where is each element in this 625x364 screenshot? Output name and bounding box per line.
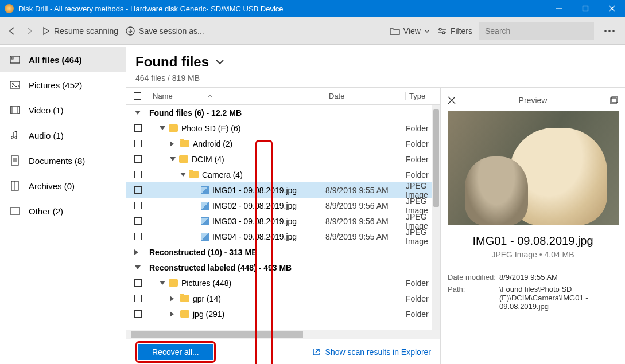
row-checkbox[interactable] [134,202,142,209]
expand-toggle-icon[interactable] [135,265,141,269]
table-row[interactable]: gpr (14)Folder [126,291,440,306]
expand-toggle-icon[interactable] [170,141,177,147]
sidebar-item-pictures[interactable]: Pictures (452) [0,72,126,97]
more-button[interactable] [601,29,618,33]
svg-rect-13 [11,57,13,59]
row-checkbox[interactable] [134,279,142,287]
path-label: Path: [448,285,499,311]
row-checkbox[interactable] [134,217,142,225]
sidebar-item-archives[interactable]: Archives (0) [0,173,126,198]
table-header: Name Date Type [126,88,440,105]
folder-icon [169,279,178,287]
svg-point-8 [442,32,445,34]
sidebar-item-audio[interactable]: Audio (1) [0,123,126,148]
horizontal-scrollbar[interactable] [126,330,440,339]
row-date: 8/9/2019 9:55 AM [325,232,406,241]
table-row[interactable]: IMG02 - 09.08.2019.jpg8/9/2019 9:56 AMJP… [126,198,440,213]
show-in-explorer-link[interactable]: Show scan results in Explorer [312,347,431,357]
close-button[interactable] [599,0,625,17]
maximize-button[interactable] [572,0,599,17]
window-title: Disk Drill - All recovery methods - Hard… [18,5,546,13]
preview-close-button[interactable] [448,96,456,104]
sliders-icon [437,27,447,35]
row-checkbox[interactable] [134,140,142,147]
back-button[interactable] [7,26,17,36]
filters-label: Filters [451,26,472,36]
expand-toggle-icon[interactable] [135,111,141,115]
table-row[interactable]: IMG03 - 09.08.2019.jpg8/9/2019 9:56 AMJP… [126,213,440,229]
content-subtitle: 464 files / 819 MB [135,73,616,83]
row-name: IMG01 - 09.08.2019.jpg [212,186,297,195]
resume-label: Resume scanning [54,26,118,36]
vertical-scrollbar[interactable] [432,105,440,330]
image-file-icon [201,186,209,194]
row-name: Photo SD (E) (6) [181,124,240,133]
table-row[interactable]: Camera (4)Folder [126,167,440,182]
path-value: \Found files\Photo SD (E)\DCIM\Camera\IM… [499,285,618,311]
table-row[interactable]: Reconstructed (10) - 313 MB [126,244,440,260]
sidebar-item-other[interactable]: Other (2) [0,198,126,224]
row-checkbox[interactable] [134,171,142,178]
expand-toggle-icon[interactable] [134,249,141,255]
svg-rect-17 [10,107,12,113]
forward-button[interactable] [24,26,34,36]
search-input[interactable] [479,22,594,40]
other-icon [9,205,21,217]
table-row[interactable]: Photo SD (E) (6)Folder [126,120,440,136]
view-dropdown[interactable]: View [390,26,430,36]
play-icon [41,26,51,36]
row-checkbox[interactable] [134,124,142,132]
expand-toggle-icon[interactable] [170,296,177,302]
folder-icon [180,140,189,147]
table-row[interactable]: Android (2)Folder [126,136,440,151]
table-row[interactable]: jpg (291)Folder [126,306,440,322]
save-session-button[interactable]: Save session as... [125,26,204,36]
content-title[interactable]: Found files [135,54,616,70]
image-file-icon [201,233,209,241]
column-type[interactable]: Type [406,92,440,100]
row-name: DCIM (4) [192,155,224,164]
titlebar: Disk Drill - All recovery methods - Hard… [0,0,625,17]
sidebar-item-documents[interactable]: Documents (8) [0,148,126,173]
row-name: gpr (14) [193,294,221,303]
app-icon [5,4,14,13]
row-name: Reconstructed (10) - 313 MB [149,248,257,257]
table-row[interactable]: IMG04 - 09.08.2019.jpg8/9/2019 9:55 AMJP… [126,229,440,244]
folder-icon [179,155,188,163]
date-modified-label: Date modified: [448,273,499,281]
row-checkbox[interactable] [134,295,142,302]
row-name: Pictures (448) [181,279,231,288]
svg-rect-16 [10,107,20,113]
sidebar-item-all-files[interactable]: All files (464) [0,47,126,72]
resume-scanning-button[interactable]: Resume scanning [41,26,118,36]
table-row[interactable]: DCIM (4)Folder [126,151,440,167]
preview-popout-button[interactable] [610,96,618,104]
table-row[interactable]: IMG01 - 09.08.2019.jpg8/9/2019 9:55 AMJP… [126,182,440,198]
filters-button[interactable]: Filters [437,26,472,36]
folder-icon [189,171,199,178]
expand-toggle-icon[interactable] [170,311,177,317]
archives-icon [9,180,21,191]
expand-toggle-icon[interactable] [160,281,165,285]
table-body: Found files (6) - 12.2 MBPhoto SD (E) (6… [126,105,440,330]
svg-point-10 [608,30,611,32]
row-checkbox[interactable] [134,155,142,163]
row-checkbox[interactable] [134,233,142,240]
pictures-icon [9,79,21,91]
expand-toggle-icon[interactable] [170,157,176,161]
column-name[interactable]: Name [149,92,325,100]
row-checkbox[interactable] [134,186,142,194]
table-row[interactable]: Reconstructed labeled (448) - 493 MB [126,260,440,275]
recover-all-button[interactable]: Recover all... [138,344,213,360]
row-date: 8/9/2019 9:56 AM [325,201,406,210]
column-checkbox[interactable] [126,92,149,100]
row-checkbox[interactable] [134,310,142,318]
minimize-button[interactable] [546,0,572,17]
expand-toggle-icon[interactable] [180,173,186,177]
table-row[interactable]: Found files (6) - 12.2 MB [126,105,440,120]
table-row[interactable]: Pictures (448)Folder [126,275,440,291]
expand-toggle-icon[interactable] [160,126,165,130]
sidebar-item-video[interactable]: Video (1) [0,97,126,123]
column-date[interactable]: Date [325,92,406,100]
svg-point-7 [439,28,441,30]
